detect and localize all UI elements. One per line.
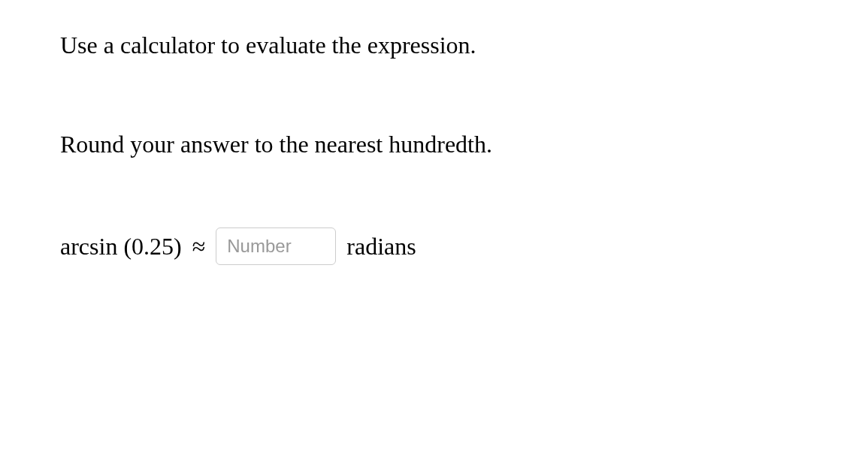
answer-input[interactable] bbox=[216, 228, 336, 265]
instruction-text: Use a calculator to evaluate the express… bbox=[60, 30, 808, 62]
expression-text: arcsin (0.25) bbox=[60, 233, 182, 261]
problem-container: Use a calculator to evaluate the express… bbox=[0, 0, 868, 295]
rounding-text: Round your answer to the nearest hundred… bbox=[60, 129, 808, 161]
unit-label: radians bbox=[346, 233, 416, 261]
approx-symbol: ≈ bbox=[192, 233, 206, 261]
expression-row: arcsin (0.25) ≈ radians bbox=[60, 228, 808, 265]
